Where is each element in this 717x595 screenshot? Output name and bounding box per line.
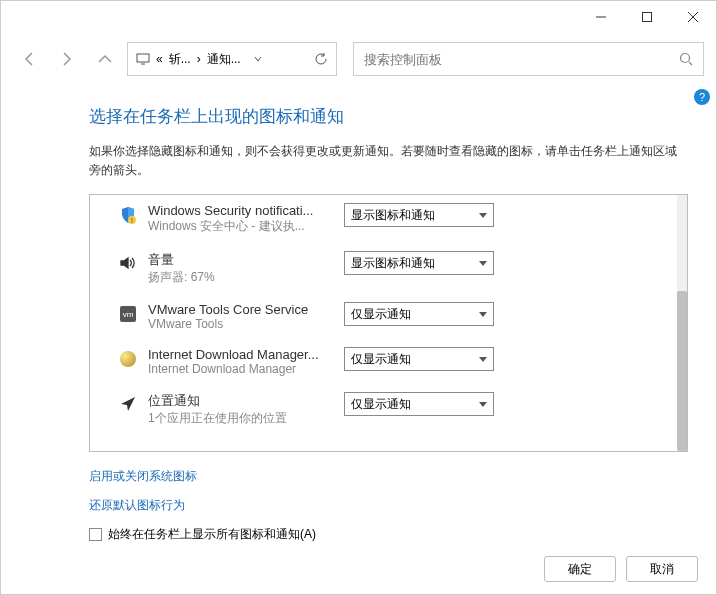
search-input[interactable] bbox=[364, 52, 679, 67]
notification-item-row: vm VMware Tools Core Service VMware Tool… bbox=[90, 294, 675, 339]
breadcrumb-separator: « bbox=[156, 52, 163, 66]
notification-item-row: 位置通知 1个应用正在使用你的位置 仅显示通知 bbox=[90, 384, 675, 435]
behavior-select[interactable]: 仅显示通知 bbox=[344, 392, 494, 416]
item-subtitle: VMware Tools bbox=[148, 317, 334, 331]
notification-item-row: Internet Download Manager... Internet Do… bbox=[90, 339, 675, 384]
item-subtitle: Internet Download Manager bbox=[148, 362, 334, 376]
vmware-icon: vm bbox=[118, 304, 138, 324]
svg-line-7 bbox=[689, 62, 692, 65]
behavior-select[interactable]: 仅显示通知 bbox=[344, 302, 494, 326]
arrow-right-icon bbox=[59, 51, 75, 67]
svg-rect-4 bbox=[137, 54, 149, 62]
volume-icon bbox=[118, 253, 138, 273]
search-icon bbox=[679, 52, 693, 66]
item-title: 音量 bbox=[148, 251, 334, 269]
toolbar: « 斩... › 通知... bbox=[1, 33, 716, 85]
monitor-icon bbox=[136, 53, 150, 65]
forward-button[interactable] bbox=[51, 43, 83, 75]
maximize-icon bbox=[642, 12, 652, 22]
ok-button[interactable]: 确定 bbox=[544, 556, 616, 582]
item-title: VMware Tools Core Service bbox=[148, 302, 334, 317]
refresh-icon[interactable] bbox=[314, 52, 328, 66]
page-title: 选择在任务栏上出现的图标和通知 bbox=[89, 105, 688, 128]
notification-item-row: ! Windows Security notificati... Windows… bbox=[90, 195, 675, 243]
always-show-label: 始终在任务栏上显示所有图标和通知(A) bbox=[108, 526, 316, 543]
minimize-button[interactable] bbox=[578, 1, 624, 33]
item-title: 位置通知 bbox=[148, 392, 334, 410]
close-icon bbox=[688, 12, 698, 22]
address-bar[interactable]: « 斩... › 通知... bbox=[127, 42, 337, 76]
item-title: Internet Download Manager... bbox=[148, 347, 334, 362]
icons-panel: ! Windows Security notificati... Windows… bbox=[89, 194, 688, 452]
search-box[interactable] bbox=[353, 42, 704, 76]
cancel-button[interactable]: 取消 bbox=[626, 556, 698, 582]
window-titlebar bbox=[1, 1, 716, 33]
scrollbar-thumb[interactable] bbox=[677, 291, 687, 451]
idm-icon bbox=[118, 349, 138, 369]
item-subtitle: 扬声器: 67% bbox=[148, 269, 334, 286]
behavior-select[interactable]: 显示图标和通知 bbox=[344, 203, 494, 227]
notification-item-row: 音量 扬声器: 67% 显示图标和通知 bbox=[90, 243, 675, 294]
up-button[interactable] bbox=[89, 43, 121, 75]
maximize-button[interactable] bbox=[624, 1, 670, 33]
item-subtitle: 1个应用正在使用你的位置 bbox=[148, 410, 334, 427]
back-button[interactable] bbox=[13, 43, 45, 75]
arrow-up-icon bbox=[97, 51, 113, 67]
behavior-select[interactable]: 显示图标和通知 bbox=[344, 251, 494, 275]
location-icon bbox=[118, 394, 138, 414]
always-show-checkbox[interactable] bbox=[89, 528, 102, 541]
page-description: 如果你选择隐藏图标和通知，则不会获得更改或更新通知。若要随时查看隐藏的图标，请单… bbox=[89, 142, 688, 180]
svg-rect-1 bbox=[643, 13, 652, 22]
footer-buttons: 确定 取消 bbox=[544, 556, 698, 582]
system-icons-link[interactable]: 启用或关闭系统图标 bbox=[89, 468, 688, 485]
close-button[interactable] bbox=[670, 1, 716, 33]
svg-point-6 bbox=[681, 54, 690, 63]
shield-icon: ! bbox=[118, 205, 138, 225]
restore-defaults-link[interactable]: 还原默认图标行为 bbox=[89, 497, 688, 514]
breadcrumb-item-1[interactable]: 斩... bbox=[169, 51, 191, 68]
always-show-row: 始终在任务栏上显示所有图标和通知(A) bbox=[89, 526, 688, 543]
chevron-down-icon[interactable] bbox=[253, 54, 263, 64]
behavior-select[interactable]: 仅显示通知 bbox=[344, 347, 494, 371]
breadcrumb-item-2[interactable]: 通知... bbox=[207, 51, 241, 68]
content-area: 选择在任务栏上出现的图标和通知 如果你选择隐藏图标和通知，则不会获得更改或更新通… bbox=[1, 85, 716, 543]
links-area: 启用或关闭系统图标 还原默认图标行为 bbox=[89, 468, 688, 514]
minimize-icon bbox=[596, 12, 606, 22]
item-subtitle: Windows 安全中心 - 建议执... bbox=[148, 218, 334, 235]
breadcrumb-chevron: › bbox=[197, 52, 201, 66]
arrow-left-icon bbox=[21, 51, 37, 67]
item-title: Windows Security notificati... bbox=[148, 203, 334, 218]
help-button[interactable]: ? bbox=[694, 89, 710, 105]
svg-text:!: ! bbox=[131, 217, 133, 224]
